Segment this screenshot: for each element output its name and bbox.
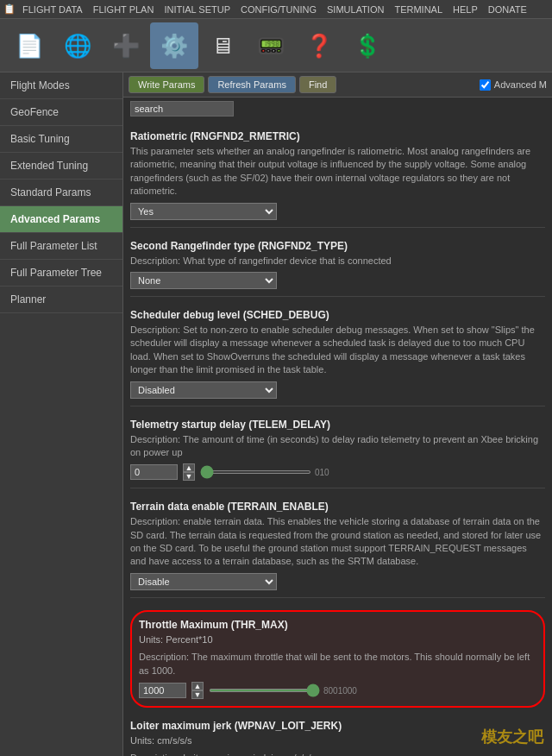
param-select-ratiometric[interactable]: YesNo bbox=[130, 203, 277, 220]
param-select-second_rangefinder[interactable]: None bbox=[130, 272, 277, 289]
flight-data-icon[interactable]: 📄 bbox=[5, 22, 53, 69]
param-select-terrain_enable[interactable]: DisableEnable bbox=[130, 573, 277, 590]
top-menu-item-flight-data[interactable]: FLIGHT DATA bbox=[22, 4, 83, 15]
param-input-thr_max[interactable] bbox=[139, 683, 186, 698]
param-stepper-telemetry_delay: ▲ ▼ bbox=[183, 463, 195, 481]
slider-min-label-thr_max: 800 bbox=[323, 686, 338, 696]
param-section-telemetry_delay: Telemetry startup delay (TELEM_DELAY)Des… bbox=[130, 419, 545, 489]
param-stepper-thr_max: ▲ ▼ bbox=[191, 682, 204, 699]
top-menu-item-terminal[interactable]: TERMINAL bbox=[394, 4, 442, 15]
main-layout: Flight ModesGeoFenceBasic TuningExtended… bbox=[0, 72, 552, 756]
donate-icon-symbol: 💲 bbox=[354, 35, 381, 57]
terminal-icon-symbol: 📟 bbox=[257, 35, 285, 57]
sidebar-item-advanced-params[interactable]: Advanced Params bbox=[0, 206, 122, 233]
initial-setup-icon[interactable]: ➕ bbox=[102, 22, 150, 69]
param-desc-scheduler_debug: Description: Set to non-zero to enable s… bbox=[130, 324, 545, 377]
param-title-thr_max: Throttle Maximum (THR_MAX) bbox=[139, 619, 536, 631]
param-desc-loiter_jerk: Description: Loiter maximum jerk in cm/s… bbox=[130, 752, 545, 756]
write-params-button[interactable]: Write Params bbox=[129, 76, 204, 93]
config-tuning-icon[interactable]: ⚙️ bbox=[150, 22, 198, 69]
param-title-telemetry_delay: Telemetry startup delay (TELEM_DELAY) bbox=[130, 419, 545, 431]
slider-max-label-telemetry_delay: 10 bbox=[320, 468, 329, 477]
window-icon: 📋 bbox=[3, 3, 16, 15]
top-menu-item-initial-setup[interactable]: INITIAL SETUP bbox=[164, 4, 230, 15]
param-title-second_rangefinder: Second Rangefinder type (RNGFND2_TYPE) bbox=[130, 240, 545, 252]
content-area: Write Params Refresh Params Find Advance… bbox=[123, 72, 552, 756]
sidebar-item-standard-params[interactable]: Standard Params bbox=[0, 180, 122, 206]
help-icon[interactable]: ❓ bbox=[295, 22, 343, 69]
sidebar: Flight ModesGeoFenceBasic TuningExtended… bbox=[0, 72, 123, 756]
param-section-ratiometric: Ratiometric (RNGFND2_RMETRIC)This parame… bbox=[130, 130, 545, 228]
sidebar-item-full-parameter-tree[interactable]: Full Parameter Tree bbox=[0, 260, 122, 287]
param-desc-second_rangefinder: Description: What type of rangefinder de… bbox=[130, 255, 545, 268]
param-units-thr_max: Units: Percent*10 bbox=[139, 633, 536, 646]
sidebar-item-extended-tuning[interactable]: Extended Tuning bbox=[0, 153, 122, 180]
donate-icon[interactable]: 💲 bbox=[343, 22, 392, 69]
simulation-icon[interactable]: 🖥 bbox=[198, 22, 247, 69]
app-container: 📋 FLIGHT DATAFLIGHT PLANINITIAL SETUPCON… bbox=[0, 0, 552, 756]
param-section-scheduler_debug: Scheduler debug level (SCHED_DEBUG)Descr… bbox=[130, 309, 545, 406]
param-slider-thr_max[interactable] bbox=[209, 689, 320, 692]
simulation-icon-symbol: 🖥 bbox=[211, 35, 234, 57]
param-section-loiter_jerk: Loiter maximum jerk (WPNAV_LOIT_JERK)Uni… bbox=[130, 720, 545, 756]
param-section-terrain_enable: Terrain data enable (TERRAIN_ENABLE)Desc… bbox=[130, 501, 545, 598]
param-title-loiter_jerk: Loiter maximum jerk (WPNAV_LOIT_JERK) bbox=[130, 720, 545, 732]
param-control-telemetry_delay: ▲ ▼ 0 10 bbox=[130, 463, 545, 481]
advanced-mode-checkbox-container: Advanced M bbox=[480, 79, 547, 91]
param-desc-ratiometric: This parameter sets whether an analog ra… bbox=[130, 145, 545, 198]
param-units-loiter_jerk: Units: cm/s/s/s bbox=[130, 734, 545, 747]
flight-plan-icon-symbol: 🌐 bbox=[64, 35, 91, 57]
top-menu-item-simulation[interactable]: SIMULATION bbox=[327, 4, 384, 15]
param-title-terrain_enable: Terrain data enable (TERRAIN_ENABLE) bbox=[130, 501, 545, 513]
param-section-second_rangefinder: Second Rangefinder type (RNGFND2_TYPE)De… bbox=[130, 240, 545, 297]
param-section-thr_max: Throttle Maximum (THR_MAX)Units: Percent… bbox=[130, 610, 545, 708]
param-control-scheduler_debug: DisabledSlipsShowOverruns bbox=[130, 381, 545, 399]
param-control-terrain_enable: DisableEnable bbox=[130, 573, 545, 590]
slider-labels-telemetry_delay: 0 10 bbox=[315, 468, 329, 477]
top-menu-item-flight-plan[interactable]: FLIGHT PLAN bbox=[93, 4, 154, 15]
param-increment-thr_max[interactable]: ▲ bbox=[191, 682, 204, 690]
advanced-mode-checkbox[interactable] bbox=[480, 79, 491, 91]
param-desc-telemetry_delay: Description: The amount of time (in seco… bbox=[130, 433, 545, 460]
top-menu-item-help[interactable]: HELP bbox=[453, 4, 478, 15]
top-menu-item-donate[interactable]: DONATE bbox=[488, 4, 527, 15]
param-increment-telemetry_delay[interactable]: ▲ bbox=[183, 463, 195, 472]
sidebar-item-geofence[interactable]: GeoFence bbox=[0, 99, 122, 126]
param-decrement-thr_max[interactable]: ▼ bbox=[191, 690, 204, 699]
sidebar-item-flight-modes[interactable]: Flight Modes bbox=[0, 72, 122, 99]
param-decrement-telemetry_delay[interactable]: ▼ bbox=[183, 472, 195, 481]
flight-plan-icon[interactable]: 🌐 bbox=[53, 22, 102, 69]
param-control-second_rangefinder: None bbox=[130, 272, 545, 289]
param-slider-telemetry_delay[interactable] bbox=[200, 470, 311, 474]
top-menu-bar: 📋 FLIGHT DATAFLIGHT PLANINITIAL SETUPCON… bbox=[0, 0, 552, 19]
param-desc-terrain_enable: Description: enable terrain data. This e… bbox=[130, 515, 545, 569]
config-tuning-icon-symbol: ⚙️ bbox=[160, 35, 188, 57]
terminal-icon[interactable]: 📟 bbox=[247, 22, 295, 69]
sidebar-item-basic-tuning[interactable]: Basic Tuning bbox=[0, 126, 122, 153]
slider-labels-thr_max: 800 1000 bbox=[323, 686, 357, 696]
sidebar-item-full-parameter-list[interactable]: Full Parameter List bbox=[0, 233, 122, 260]
param-list: Ratiometric (RNGFND2_RMETRIC)This parame… bbox=[123, 125, 552, 756]
slider-max-label-thr_max: 1000 bbox=[338, 686, 357, 696]
param-desc-thr_max: Description: The maximum throttle that w… bbox=[139, 651, 536, 677]
top-menu-item-config/tuning[interactable]: CONFIG/TUNING bbox=[241, 4, 317, 15]
search-input[interactable] bbox=[130, 101, 234, 117]
search-container bbox=[123, 98, 552, 125]
find-button[interactable]: Find bbox=[299, 76, 336, 93]
param-title-ratiometric: Ratiometric (RNGFND2_RMETRIC) bbox=[130, 130, 545, 142]
help-icon-symbol: ❓ bbox=[305, 35, 333, 57]
param-control-thr_max: ▲ ▼ 800 1000 bbox=[139, 682, 536, 699]
param-control-ratiometric: YesNo bbox=[130, 203, 545, 220]
params-toolbar: Write Params Refresh Params Find Advance… bbox=[123, 72, 552, 98]
sidebar-item-planner[interactable]: Planner bbox=[0, 287, 122, 313]
param-title-scheduler_debug: Scheduler debug level (SCHED_DEBUG) bbox=[130, 309, 545, 321]
initial-setup-icon-symbol: ➕ bbox=[112, 35, 140, 57]
icon-toolbar: 📄🌐➕⚙️🖥📟❓💲 bbox=[0, 19, 552, 72]
flight-data-icon-symbol: 📄 bbox=[16, 35, 43, 57]
refresh-params-button[interactable]: Refresh Params bbox=[208, 76, 295, 93]
advanced-mode-label: Advanced M bbox=[494, 79, 547, 90]
param-select-scheduler_debug[interactable]: DisabledSlipsShowOverruns bbox=[130, 381, 277, 399]
param-input-telemetry_delay[interactable] bbox=[130, 464, 178, 480]
